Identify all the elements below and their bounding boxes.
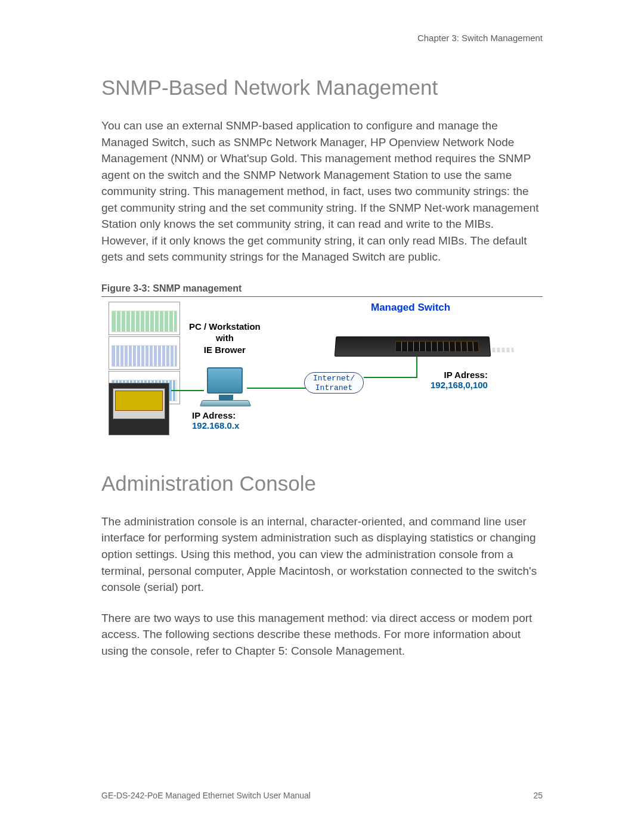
figure-caption: Figure 3-3: SNMP management (101, 283, 543, 294)
pc-ip-group: IP Adress: 192.168.0.x (192, 410, 239, 431)
snmp-diagram: PC / Workstation with IE Brower IP Adres… (109, 302, 502, 442)
admin-body-2: There are two ways to use this managemen… (101, 610, 543, 659)
pc-label-line2: with (189, 332, 261, 344)
switch-ip-label: IP Adress: (431, 370, 488, 380)
page-footer: GE-DS-242-PoE Managed Ethernet Switch Us… (101, 791, 543, 800)
chapter-header: Chapter 3: Switch Management (101, 33, 543, 43)
pc-label-line3: IE Brower (189, 344, 261, 356)
connector-line (364, 377, 416, 378)
internet-intranet-cloud: Internet/ Intranet (304, 372, 364, 394)
switch-leds-icon (492, 348, 514, 352)
thumbnail-map-icon (109, 383, 169, 435)
pc-ip-value: 192.168.0.x (192, 420, 239, 431)
pc-label-line1: PC / Workstation (189, 321, 261, 333)
switch-ports-icon (395, 341, 479, 352)
footer-page-number: 25 (533, 791, 543, 800)
pc-ip-label: IP Adress: (192, 410, 239, 420)
figure-underline (101, 296, 543, 297)
cloud-label-line2: Intranet (305, 383, 363, 393)
connector-line (416, 354, 417, 378)
switch-ip-group: IP Adress: 192,168,0,100 (431, 370, 488, 390)
thumbnail-chart-icon (109, 336, 180, 370)
monitor-icon (207, 367, 243, 394)
section-heading-admin: Administration Console (101, 472, 543, 496)
switch-ip-value: 192,168,0,100 (431, 380, 488, 390)
connector-line (171, 390, 204, 391)
footer-manual-title: GE-DS-242-PoE Managed Ethernet Switch Us… (101, 791, 311, 800)
managed-switch-icon (335, 336, 491, 357)
pc-workstation-label: PC / Workstation with IE Brower (189, 321, 261, 356)
cloud-label-line1: Internet/ (305, 374, 363, 383)
thumbnail-chart-icon (109, 302, 180, 335)
section-heading-snmp: SNMP-Based Network Management (101, 76, 543, 100)
keyboard-icon (200, 400, 251, 406)
admin-body-1: The administration console is an interna… (101, 513, 543, 596)
managed-switch-title: Managed Switch (371, 302, 450, 314)
snmp-body-text: You can use an external SNMP-based appli… (101, 117, 543, 265)
